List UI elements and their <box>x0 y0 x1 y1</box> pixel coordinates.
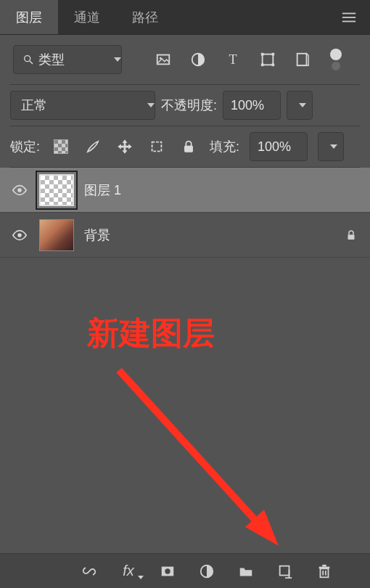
svg-rect-15 <box>152 142 162 152</box>
svg-rect-19 <box>348 234 355 240</box>
svg-point-3 <box>25 56 30 62</box>
search-icon <box>22 54 34 65</box>
lock-position-icon[interactable] <box>114 136 136 158</box>
visibility-toggle[interactable] <box>10 226 29 245</box>
filter-kind-select[interactable]: 类型 <box>13 45 122 74</box>
link-layers-icon[interactable] <box>80 562 99 581</box>
svg-rect-1 <box>342 17 355 18</box>
annotation-text: 新建图层 <box>87 312 215 355</box>
layer-mask-icon[interactable] <box>158 562 177 581</box>
svg-line-20 <box>119 370 264 530</box>
blend-mode-select[interactable]: 正常 <box>10 91 155 120</box>
opacity-input[interactable]: 100% <box>223 91 281 120</box>
svg-rect-12 <box>261 64 264 67</box>
svg-point-18 <box>17 233 22 237</box>
filter-adjustment-icon[interactable] <box>187 49 209 70</box>
group-icon[interactable] <box>237 562 255 581</box>
svg-rect-2 <box>342 20 355 22</box>
fill-stepper[interactable] <box>318 132 344 161</box>
layer-list: 图层 1 背景 <box>0 168 370 258</box>
tab-paths[interactable]: 路径 <box>116 0 174 34</box>
layer-style-icon[interactable]: fx <box>119 562 138 581</box>
lock-artboard-icon[interactable] <box>146 136 168 158</box>
tab-layers[interactable]: 图层 <box>0 0 58 34</box>
lock-row: 锁定: 填充: 100% <box>0 126 370 167</box>
annotation-arrow <box>112 363 293 552</box>
filter-kind-label: 类型 <box>38 51 65 68</box>
chevron-down-icon <box>299 103 306 107</box>
chevron-down-icon <box>147 103 155 107</box>
svg-rect-25 <box>280 565 289 575</box>
svg-point-23 <box>165 568 170 573</box>
filter-toggle[interactable] <box>326 45 345 74</box>
layer-thumbnail[interactable] <box>39 219 74 251</box>
svg-rect-0 <box>342 12 355 14</box>
layer-thumbnail[interactable] <box>39 174 74 206</box>
filter-row: 类型 T <box>0 35 370 84</box>
svg-rect-10 <box>261 53 264 56</box>
panel-tabs: 图层 通道 路径 <box>0 0 370 35</box>
blend-mode-value: 正常 <box>21 97 47 114</box>
layer-name[interactable]: 背景 <box>84 226 332 244</box>
trash-icon[interactable] <box>315 562 334 581</box>
svg-marker-21 <box>245 510 279 546</box>
layer-name[interactable]: 图层 1 <box>84 181 360 199</box>
fill-label: 填充: <box>210 138 239 155</box>
filter-smartobject-icon[interactable] <box>292 49 313 70</box>
svg-rect-9 <box>263 54 274 65</box>
svg-line-4 <box>30 61 33 64</box>
fill-input[interactable]: 100% <box>250 132 308 161</box>
visibility-toggle[interactable] <box>10 181 29 200</box>
opacity-value: 100% <box>231 98 264 113</box>
blend-row: 正常 不透明度: 100% <box>0 85 370 126</box>
lock-label: 锁定: <box>10 138 40 155</box>
svg-rect-14 <box>297 54 307 66</box>
svg-point-17 <box>17 188 22 192</box>
panel-menu-icon[interactable] <box>328 0 370 34</box>
tab-channels[interactable]: 通道 <box>58 0 116 34</box>
svg-rect-16 <box>185 146 193 152</box>
layer-row[interactable]: 图层 1 <box>0 168 370 213</box>
layer-row[interactable]: 背景 <box>0 213 370 258</box>
filter-shape-icon[interactable] <box>257 49 279 70</box>
new-layer-icon[interactable] <box>276 562 295 581</box>
adjustment-layer-icon[interactable] <box>197 562 216 581</box>
filter-pixel-icon[interactable] <box>152 49 174 70</box>
svg-text:T: T <box>229 52 237 67</box>
svg-rect-11 <box>272 53 275 56</box>
svg-rect-29 <box>319 566 330 568</box>
lock-all-icon[interactable] <box>178 136 200 158</box>
chevron-down-icon <box>330 144 337 149</box>
opacity-stepper[interactable] <box>287 91 313 120</box>
lock-transparency-icon[interactable] <box>50 136 72 158</box>
fill-value: 100% <box>258 139 291 155</box>
filter-type-icon[interactable]: T <box>222 49 244 70</box>
opacity-label: 不透明度: <box>161 97 217 114</box>
chevron-down-icon <box>114 57 121 62</box>
lock-pixels-icon[interactable] <box>82 136 104 158</box>
bottom-toolbar: fx <box>0 553 370 588</box>
svg-rect-26 <box>321 568 329 577</box>
svg-rect-13 <box>272 64 275 67</box>
lock-indicator-icon <box>342 229 360 242</box>
svg-rect-30 <box>322 564 326 566</box>
